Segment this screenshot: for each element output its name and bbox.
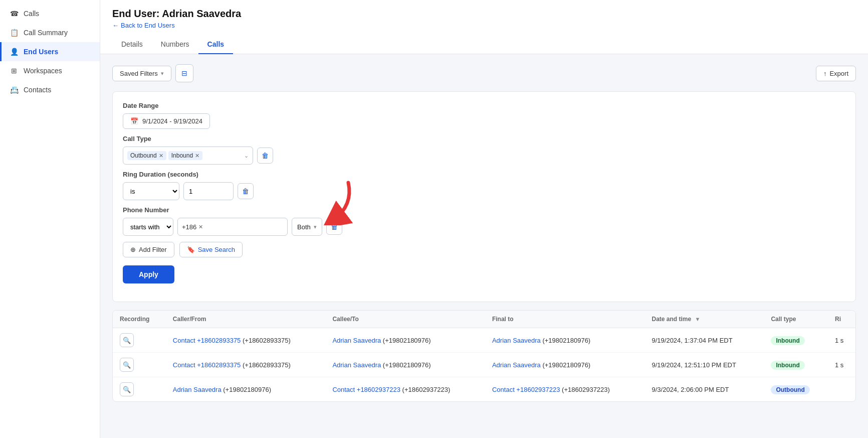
main-content: End User: Adrian Saavedra ← Back to End …: [100, 0, 868, 438]
sidebar-item-label: End Users: [24, 48, 58, 56]
outbound-tag: Outbound ✕: [127, 151, 166, 160]
contacts-icon: 📇: [10, 85, 19, 94]
recording-play-button[interactable]: 🔍: [120, 382, 134, 396]
date-range-picker[interactable]: 📅 9/1/2024 - 9/19/2024: [123, 113, 210, 129]
chevron-down-icon: ▾: [161, 70, 164, 77]
date-range-label: Date Range: [123, 102, 845, 109]
sidebar: ☎ Calls 📋 Call Summary 👤 End Users ⊞ Wor…: [0, 0, 100, 438]
callee-link[interactable]: Adrian Saavedra: [332, 337, 381, 344]
callee-link[interactable]: Adrian Saavedra: [332, 361, 381, 369]
saved-filters-button[interactable]: Saved Filters ▾: [112, 66, 171, 81]
callee-cell: Contact +18602937223 (+18602937223): [325, 377, 485, 402]
call-type-input[interactable]: Outbound ✕ Inbound ✕ ⌄: [123, 147, 253, 165]
ring-duration-delete-button[interactable]: 🗑: [238, 183, 254, 199]
final-to-extra: (+19802180976): [542, 361, 590, 369]
col-datetime[interactable]: Date and time ▼: [645, 311, 764, 328]
phone-delete-button[interactable]: 🗑: [326, 219, 342, 235]
table-row: 🔍 Contact +18602893375 (+18602893375) Ad…: [113, 328, 855, 353]
ring-duration-operator-select[interactable]: is is not greater than less than: [123, 182, 179, 200]
call-type-badge: Outbound: [771, 385, 809, 394]
final-to-cell: Adrian Saavedra (+19802180976): [485, 328, 645, 353]
phone-tag-close[interactable]: ✕: [198, 224, 203, 230]
user-icon: 👤: [10, 47, 19, 56]
sidebar-item-end-users[interactable]: 👤 End Users: [0, 42, 100, 61]
add-filter-button[interactable]: ⊕ Add Filter: [123, 242, 174, 257]
datetime-cell: 9/19/2024, 1:37:04 PM EDT: [645, 328, 764, 353]
final-to-extra: (+18602937223): [562, 386, 610, 393]
filter-settings-button[interactable]: ⊟: [175, 64, 193, 82]
ring-duration-value-input[interactable]: [183, 182, 234, 200]
back-arrow-icon: ←: [112, 22, 119, 29]
caller-cell: Contact +18602893375 (+18602893375): [166, 328, 326, 353]
caller-link[interactable]: Contact +18602893375: [173, 337, 241, 344]
final-to-link[interactable]: Contact +18602937223: [492, 386, 560, 393]
outbound-tag-close[interactable]: ✕: [159, 153, 163, 159]
sort-icon: ▼: [695, 316, 701, 322]
tabs: Details Numbers Calls: [112, 35, 856, 54]
callee-extra: (+19802180976): [383, 361, 431, 369]
sidebar-item-contacts[interactable]: 📇 Contacts: [0, 80, 100, 99]
save-search-button[interactable]: 🔖 Save Search: [179, 242, 243, 257]
caller-cell: Adrian Saavedra (+19802180976): [166, 377, 326, 402]
call-type-badge: Inbound: [771, 361, 804, 370]
caller-link[interactable]: Contact +18602893375: [173, 361, 241, 369]
caller-extra: (+19802180976): [223, 386, 271, 393]
tab-numbers[interactable]: Numbers: [152, 35, 198, 54]
final-to-extra: (+19802180976): [542, 337, 590, 344]
table-row: 🔍 Contact +18602893375 (+18602893375) Ad…: [113, 353, 855, 377]
sidebar-item-workspaces[interactable]: ⊞ Workspaces: [0, 61, 100, 80]
col-calltype: Call type: [764, 311, 828, 328]
tab-details[interactable]: Details: [112, 35, 152, 54]
final-to-cell: Adrian Saavedra (+19802180976): [485, 353, 645, 377]
chevron-icon: ⌄: [244, 153, 249, 159]
col-caller: Caller/From: [166, 311, 326, 328]
table-header-row: Recording Caller/From Callee/To Final to…: [113, 311, 855, 328]
recording-play-button[interactable]: 🔍: [120, 358, 134, 372]
direction-select[interactable]: Both ▾: [292, 218, 322, 236]
back-link[interactable]: ← Back to End Users: [112, 22, 856, 29]
phone-condition-select[interactable]: starts with ends with contains equals: [123, 218, 173, 236]
action-row: ⊕ Add Filter 🔖 Save Search: [123, 242, 845, 257]
phone-number-label: Phone Number: [123, 206, 845, 214]
final-to-link[interactable]: Adrian Saavedra: [492, 361, 541, 369]
calendar-icon: 📅: [130, 117, 138, 125]
phone-tag: +186 ✕: [182, 223, 203, 231]
calltype-cell: Outbound: [764, 377, 828, 402]
page-title: End User: Adrian Saavedra: [112, 8, 856, 20]
export-icon: ↑: [823, 70, 827, 77]
export-button[interactable]: ↑ Export: [816, 66, 856, 81]
col-ri: Ri: [828, 311, 855, 328]
sidebar-item-label: Workspaces: [24, 67, 62, 75]
recording-cell: 🔍: [113, 377, 166, 402]
table-row: 🔍 Adrian Saavedra (+19802180976) Contact…: [113, 377, 855, 402]
col-recording: Recording: [113, 311, 166, 328]
caller-extra: (+18602893375): [243, 337, 291, 344]
call-type-delete-button[interactable]: 🗑: [257, 148, 273, 164]
apply-button[interactable]: Apply: [123, 265, 174, 283]
datetime-cell: 9/19/2024, 12:51:10 PM EDT: [645, 353, 764, 377]
sidebar-item-call-summary[interactable]: 📋 Call Summary: [0, 23, 100, 42]
callee-extra: (+19802180976): [383, 337, 431, 344]
recording-play-button[interactable]: 🔍: [120, 333, 134, 347]
sidebar-item-calls[interactable]: ☎ Calls: [0, 4, 100, 23]
workspace-icon: ⊞: [10, 66, 19, 75]
col-callee: Callee/To: [325, 311, 485, 328]
callee-cell: Adrian Saavedra (+19802180976): [325, 353, 485, 377]
final-to-link[interactable]: Adrian Saavedra: [492, 337, 541, 344]
tab-calls[interactable]: Calls: [198, 35, 233, 54]
calltype-cell: Inbound: [764, 353, 828, 377]
callee-link[interactable]: Contact +18602937223: [332, 386, 400, 393]
caller-cell: Contact +18602893375 (+18602893375): [166, 353, 326, 377]
inbound-tag: Inbound ✕: [168, 151, 202, 160]
add-filter-icon: ⊕: [130, 246, 136, 253]
recording-cell: 🔍: [113, 353, 166, 377]
phone-value-input[interactable]: +186 ✕: [177, 218, 288, 236]
back-link-label: Back to End Users: [121, 22, 175, 29]
col-final-to: Final to: [485, 311, 645, 328]
calltype-cell: Inbound: [764, 328, 828, 353]
caller-link[interactable]: Adrian Saavedra: [173, 386, 222, 393]
sidebar-item-label: Contacts: [24, 86, 51, 94]
inbound-tag-close[interactable]: ✕: [195, 153, 199, 159]
date-range-row: 📅 9/1/2024 - 9/19/2024: [123, 113, 845, 129]
filter-toolbar: Saved Filters ▾ ⊟ ↑ Export: [112, 64, 856, 82]
